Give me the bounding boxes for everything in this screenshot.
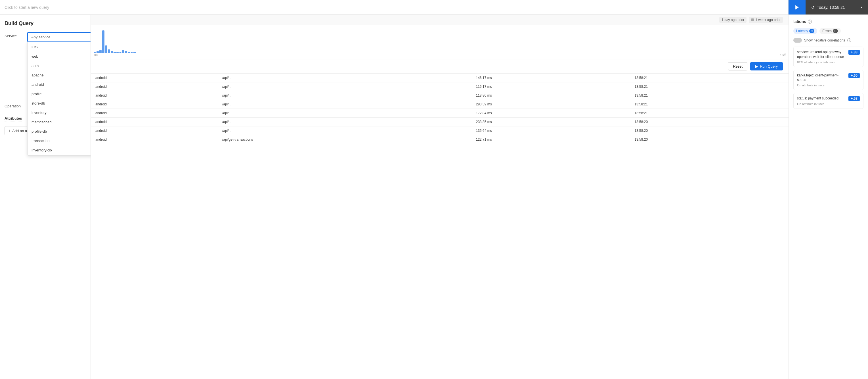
service-option[interactable]: profile-db [28, 127, 91, 136]
service-option[interactable]: store-db [28, 98, 91, 108]
chart-bar [128, 52, 130, 53]
service-option[interactable]: android [28, 80, 91, 89]
service-option[interactable]: memcached [28, 117, 91, 127]
time-cell: 13:58:21 [630, 82, 788, 91]
operation-cell: /api/... [218, 118, 471, 126]
table-row[interactable]: android /api/... 135.64 ms 13:58:20 [91, 126, 788, 135]
run-query-label: Run Query [760, 64, 778, 68]
service-filter-row: Service IN ▾ iOSwebauthapacheandroidprof… [4, 32, 86, 40]
chart-bar [111, 51, 113, 53]
service-dropdown-list: iOSwebauthapacheandroidprofilestore-dbin… [27, 42, 91, 156]
corr-text: service: krakend-api-gatewayoperation: w… [797, 50, 846, 59]
main-layout: Build Query Service IN ▾ iOSwebauthapach… [0, 15, 868, 379]
chart-bar [125, 51, 127, 53]
chart-bar [130, 52, 133, 53]
operation-cell: /api/... [218, 82, 471, 91]
run-icon: ▶ [755, 64, 758, 68]
corr-badge: +.60 [848, 73, 860, 78]
chart-bar [122, 50, 124, 53]
operation-label: Operation [4, 104, 24, 108]
service-option[interactable]: profile [28, 89, 91, 98]
service-label: Service [4, 34, 24, 38]
service-option[interactable]: web [28, 52, 91, 61]
duration-cell: 233.85 ms [471, 118, 630, 126]
comparisons-bar: 1 day ago prior 1 week ago prior [91, 15, 788, 25]
table-row[interactable]: android /api/... 146.17 ms 13:58:21 [91, 74, 788, 82]
duration-cell: 115.17 ms [471, 82, 630, 91]
operation-cell: /api/... [218, 74, 471, 82]
chart-bar [108, 50, 110, 53]
time-selector[interactable]: ↺ Today, 13:58:21 ▾ [806, 0, 868, 14]
service-option[interactable]: store-server [28, 155, 91, 156]
correlation-card[interactable]: service: krakend-api-gatewayoperation: w… [793, 47, 864, 67]
correlation-cards: service: krakend-api-gatewayoperation: w… [793, 47, 864, 112]
neg-correlations-toggle[interactable] [793, 38, 802, 42]
latency-tab-label: Latency [796, 29, 808, 33]
correlations-label: lations [793, 19, 806, 24]
service-search-input[interactable] [27, 32, 91, 42]
corr-sub: 81% of latency contribution [797, 60, 860, 64]
service-option[interactable]: iOS [28, 42, 91, 52]
correlations-info-icon[interactable]: ? [808, 20, 812, 24]
trace-controls: Reset ▶ Run Query [91, 59, 788, 74]
service-option[interactable]: transaction [28, 136, 91, 145]
neg-correlations-row: Show negative correlations i [793, 38, 864, 42]
duration-cell: 172.84 ms [471, 109, 630, 118]
service-option[interactable]: inventory-db [28, 145, 91, 155]
time-cell: 13:58:21 [630, 91, 788, 100]
chart-bar [114, 52, 116, 53]
time-cell: 13:58:20 [630, 126, 788, 135]
service-cell: android [91, 91, 218, 100]
service-option[interactable]: inventory [28, 108, 91, 117]
table-row[interactable]: android /api/... 118.80 ms 13:58:21 [91, 91, 788, 100]
chart-labels: 10s 1m+ [91, 53, 788, 57]
svg-marker-0 [795, 5, 799, 9]
query-input-area[interactable]: Click to start a new query [0, 0, 788, 14]
comparison-1week: 1 week ago prior [749, 17, 783, 23]
top-run-button[interactable] [788, 0, 806, 14]
time-cell: 13:58:20 [630, 135, 788, 144]
chart-bar [99, 50, 102, 53]
operation-cell: /api/... [218, 91, 471, 100]
duration-cell: 135.64 ms [471, 126, 630, 135]
table-row[interactable]: android /api/... 293.59 ms 13:58:21 [91, 100, 788, 109]
table-row[interactable]: android /api/... 115.17 ms 13:58:21 [91, 82, 788, 91]
tab-latency[interactable]: Latency 9 [793, 28, 817, 34]
right-panel: lations ? Latency 9 Errors 6 Show negati… [788, 15, 868, 379]
table-row[interactable]: android /api/... 233.85 ms 13:58:20 [91, 118, 788, 126]
corr-sub: On attribute in trace [797, 102, 860, 106]
latency-count: 9 [809, 29, 814, 33]
service-cell: android [91, 126, 218, 135]
chart-bar [102, 30, 104, 53]
tab-errors[interactable]: Errors 6 [819, 28, 841, 34]
chevron-down-icon: ▾ [861, 6, 862, 9]
query-placeholder: Click to start a new query [4, 5, 49, 10]
service-option[interactable]: auth [28, 61, 91, 70]
chart-bar [94, 52, 96, 53]
service-cell: android [91, 109, 218, 118]
service-cell: android [91, 74, 218, 82]
neg-correlations-info-icon[interactable]: i [847, 38, 851, 42]
table-row[interactable]: android /api/get-transactions 122.71 ms … [91, 135, 788, 144]
service-option[interactable]: apache [28, 70, 91, 80]
correlation-card[interactable]: kafka.topic: client-payment-status +.60 … [793, 70, 864, 90]
operation-cell: /api/get-transactions [218, 135, 471, 144]
run-query-button[interactable]: ▶ Run Query [750, 62, 783, 70]
corr-text: kafka.topic: client-payment-status [797, 73, 846, 83]
corr-badge: +.58 [848, 96, 860, 101]
duration-cell: 118.80 ms [471, 91, 630, 100]
top-bar: Click to start a new query ↺ Today, 13:5… [0, 0, 868, 15]
chart-bar [96, 51, 99, 53]
corr-badge: +.83 [848, 50, 860, 55]
correlation-card[interactable]: status: payment succeeded +.58 On attrib… [793, 93, 864, 109]
table-row[interactable]: android /api/... 172.84 ms 13:58:21 [91, 109, 788, 118]
neg-correlations-label: Show negative correlations [804, 38, 845, 42]
service-cell: android [91, 100, 218, 109]
operation-cell: /api/... [218, 100, 471, 109]
time-cell: 13:58:21 [630, 100, 788, 109]
operation-cell: /api/... [218, 126, 471, 135]
time-cell: 13:58:21 [630, 109, 788, 118]
corr-text: status: payment succeeded [797, 96, 846, 101]
expand-icon[interactable]: ⤢ [783, 52, 786, 57]
reset-button[interactable]: Reset [728, 62, 747, 70]
